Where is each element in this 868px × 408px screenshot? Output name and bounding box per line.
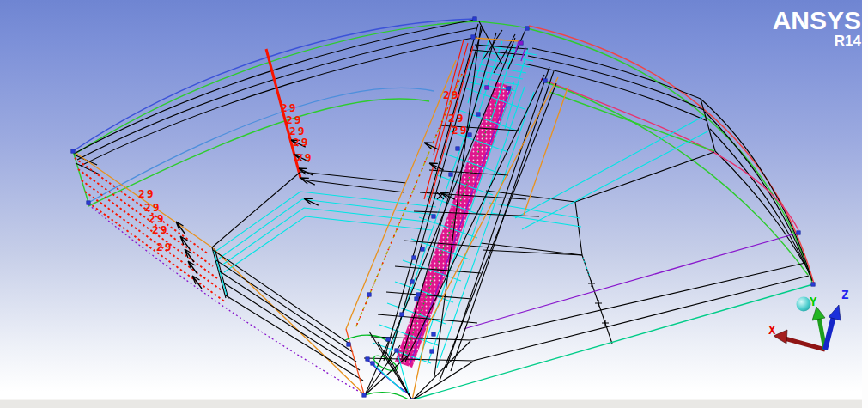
keypoint-node[interactable] [797, 231, 800, 234]
keypoint-node[interactable] [367, 293, 371, 296]
triad-origin-sphere [797, 297, 811, 312]
ansys-logo-release: R14 [773, 33, 861, 48]
keypoint-node[interactable] [366, 357, 369, 361]
wireframe-canvas[interactable]: X Y Z [0, 0, 868, 408]
keypoint-node[interactable] [456, 147, 459, 150]
keypoint-nodes [71, 17, 815, 402]
keypoint-node[interactable] [519, 41, 523, 45]
z-axis-label: Z [841, 288, 848, 301]
keypoint-node[interactable] [485, 86, 489, 89]
keypoint-node[interactable] [421, 247, 424, 251]
bottom-gutter [0, 399, 862, 408]
keypoint-node[interactable] [415, 297, 418, 301]
keypoint-node[interactable] [811, 283, 815, 286]
radials-right [410, 233, 813, 400]
x-axis-arrow [785, 338, 825, 350]
keypoint-node[interactable] [416, 293, 420, 296]
x-axis-label: X [768, 323, 776, 337]
right-gutter [862, 0, 868, 408]
z-axis-arrow [825, 316, 834, 350]
keypoint-node[interactable] [525, 27, 529, 30]
keypoint-node[interactable] [430, 350, 434, 353]
y-axis-label: Y [810, 295, 817, 308]
bc-arrow [424, 138, 439, 154]
keypoint-node[interactable] [468, 133, 471, 137]
keypoint-node[interactable] [87, 201, 90, 204]
load-line-radial [266, 49, 300, 178]
keypoint-node[interactable] [432, 215, 435, 218]
keypoint-node[interactable] [347, 343, 350, 346]
bc-arrow [304, 194, 319, 210]
bc-arrow [192, 276, 202, 289]
ansys-logo: ANSYS R14 [773, 9, 861, 48]
keypoint-node[interactable] [473, 17, 476, 21]
keypoint-node[interactable] [471, 35, 475, 39]
keypoint-node[interactable] [362, 393, 366, 397]
ansys-logo-title: ANSYS [773, 9, 861, 33]
keypoint-node[interactable] [371, 362, 374, 365]
ansys-graphics-window: X Y Z 29292929292929292929292929 ANSYS R… [0, 0, 868, 408]
keypoint-node[interactable] [400, 313, 404, 316]
triad: X Y Z [768, 288, 848, 350]
keypoint-node[interactable] [71, 149, 75, 153]
keypoint-node[interactable] [410, 280, 414, 283]
keypoint-node[interactable] [476, 113, 480, 116]
keypoint-node[interactable] [507, 87, 510, 90]
keypoint-node[interactable] [386, 338, 390, 341]
keypoint-node[interactable] [543, 79, 547, 82]
keypoint-node[interactable] [412, 256, 416, 259]
keypoint-node[interactable] [395, 349, 398, 352]
keypoint-node[interactable] [449, 173, 452, 176]
keypoint-node[interactable] [432, 332, 435, 336]
